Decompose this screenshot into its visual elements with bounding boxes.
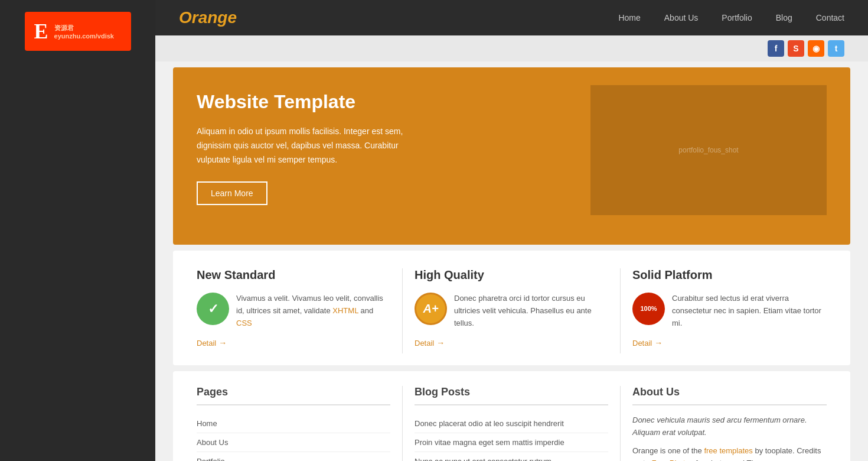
arrow-icon-2 (436, 338, 445, 348)
sidebar-logo[interactable]: E 资源君 eyunzhu.com/vdisk (25, 12, 131, 51)
hero-image-alt: portfolio_fous_shot (678, 146, 738, 154)
main-content: Orange Home About Us Portfolio Blog Cont… (155, 0, 868, 461)
logo-text-block: 资源君 eyunzhu.com/vdisk (54, 24, 114, 40)
blog-post-1[interactable]: Donec placerat odio at leo suscipit hend… (415, 414, 608, 433)
xhtml-link[interactable]: XHTML (332, 306, 358, 315)
main-nav: Home About Us Portfolio Blog Contact (618, 13, 844, 22)
nav-contact[interactable]: Contact (816, 13, 844, 22)
badge-icon: 100% (632, 293, 665, 325)
checkmark-icon: ✓ (197, 293, 229, 325)
pages-link-about[interactable]: About Us (197, 433, 390, 452)
feature-2-detail-link[interactable]: Detail (415, 338, 608, 348)
feature-high-quality: High Quality A+ Donec pharetra orci id t… (403, 268, 621, 353)
feature-3-detail-link[interactable]: Detail (632, 338, 827, 348)
about-body: Orange is one of the free templates by t… (632, 445, 827, 461)
feature-3-content: 100% Curabitur sed lectus id erat viverr… (632, 293, 827, 329)
arrow-icon-3 (654, 338, 663, 348)
blog-post-2[interactable]: Proin vitae magna eget sem mattis imperd… (415, 433, 608, 452)
about-italic-text: Donec vehicula mauris sed arcu fermentum… (632, 414, 827, 439)
feature-1-text: Vivamus a velit. Vivamus leo velit, conv… (236, 293, 390, 329)
feature-2-text: Donec pharetra orci id tortor cursus eu … (454, 293, 608, 329)
blog-post-3[interactable]: Nunc ac nunc ut erat consectetur rutrum (415, 452, 608, 461)
feature-2-content: A+ Donec pharetra orci id tortor cursus … (415, 293, 608, 329)
nav-home[interactable]: Home (618, 13, 640, 22)
footer-blog-col: Blog Posts Donec placerat odio at leo su… (403, 386, 621, 461)
css-link[interactable]: CSS (236, 319, 252, 327)
footer-about-col: About Us Donec vehicula mauris sed arcu … (621, 386, 838, 461)
free-templates-link[interactable]: free templates (704, 446, 752, 455)
arrow-icon-1 (218, 338, 227, 348)
feature-new-standard: New Standard ✓ Vivamus a velit. Vivamus … (185, 268, 403, 353)
feature-2-title: High Quality (415, 268, 608, 282)
pages-title: Pages (197, 386, 390, 405)
grade-icon: A+ (415, 293, 447, 325)
pages-link-portfolio[interactable]: Portfolio (197, 452, 390, 461)
feature-1-title: New Standard (197, 268, 390, 282)
header: Orange Home About Us Portfolio Blog Cont… (155, 0, 868, 35)
feature-3-title: Solid Platform (632, 268, 827, 282)
facebook-icon[interactable]: f (768, 40, 784, 57)
logo-url: eyunzhu.com/vdisk (54, 33, 114, 40)
logo-letter: E (34, 19, 48, 44)
hero-image: portfolio_fous_shot (590, 85, 827, 215)
feature-solid-platform: Solid Platform 100% Curabitur sed lectus… (621, 268, 838, 353)
logo-brand: 资源君 (54, 24, 114, 33)
sidebar: E 资源君 eyunzhu.com/vdisk (0, 0, 155, 461)
hero-section: Website Template Aliquam in odio ut ipsu… (173, 67, 850, 245)
rss-icon[interactable]: ◉ (808, 40, 824, 57)
stumbleupon-icon[interactable]: S (788, 40, 804, 57)
blog-title: Blog Posts (415, 386, 608, 405)
feature-1-detail-link[interactable]: Detail (197, 338, 390, 348)
footer-pages-col: Pages Home About Us Portfolio (185, 386, 403, 461)
hero-body: Aliquam in odio ut ipsum mollis facilisi… (197, 125, 421, 167)
pages-link-home[interactable]: Home (197, 414, 390, 433)
nav-portfolio[interactable]: Portfolio (722, 13, 752, 22)
social-bar: f S ◉ t (155, 35, 868, 61)
nav-blog[interactable]: Blog (776, 13, 792, 22)
feature-1-content: ✓ Vivamus a velit. Vivamus leo velit, co… (197, 293, 390, 329)
twitter-icon[interactable]: t (828, 40, 844, 57)
free-photos-link[interactable]: Free Photos (652, 459, 694, 461)
learn-more-button[interactable]: Learn More (197, 181, 267, 205)
feature-3-text: Curabitur sed lectus id erat viverra con… (672, 293, 827, 329)
features-section: New Standard ✓ Vivamus a velit. Vivamus … (173, 251, 850, 365)
about-title: About Us (632, 386, 827, 405)
footer-sections: Pages Home About Us Portfolio Blog Posts… (173, 371, 850, 461)
nav-about[interactable]: About Us (664, 13, 699, 22)
site-logo[interactable]: Orange (179, 8, 237, 27)
